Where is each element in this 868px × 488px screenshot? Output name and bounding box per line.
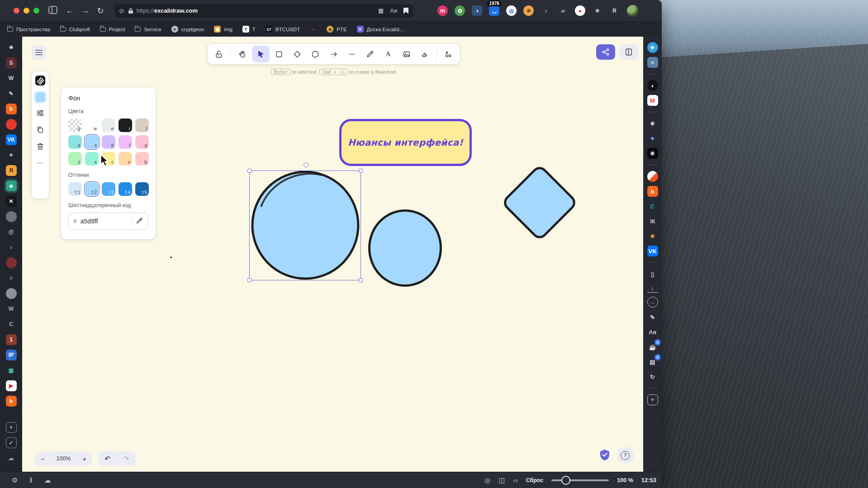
strip-translate-icon[interactable]: Aя xyxy=(647,327,658,337)
dock-arrow-app[interactable]: › xyxy=(6,242,17,253)
library-button[interactable] xyxy=(619,44,639,60)
small-circle-shape[interactable] xyxy=(368,209,442,287)
color-swatch-v[interactable]: v xyxy=(119,152,132,166)
selection-tool[interactable] xyxy=(252,46,270,62)
hex-input[interactable]: a5d8ff xyxy=(81,218,131,225)
bookmark-pte[interactable]: ◉PTE xyxy=(327,26,346,33)
zoom-in-button[interactable]: + xyxy=(82,455,86,463)
dock-c-app[interactable]: C xyxy=(6,319,17,330)
r-logo-extension-icon[interactable]: R xyxy=(609,5,620,16)
forward-button[interactable]: → xyxy=(77,6,93,15)
redo-button[interactable]: ↷ xyxy=(123,455,129,463)
swirl-icon[interactable] xyxy=(647,171,658,182)
selection-handle-sw[interactable] xyxy=(247,278,251,282)
dock-grid-app[interactable]: ▦ xyxy=(6,365,17,376)
dock-play-app[interactable]: ▶ xyxy=(6,380,17,391)
dock-ip-app[interactable]: IP xyxy=(6,350,17,360)
eagle-icon[interactable]: ◖ xyxy=(647,80,658,91)
eyedropper-icon[interactable] xyxy=(136,217,143,226)
color-swatch-w[interactable]: w xyxy=(85,118,99,132)
diamond-tool[interactable] xyxy=(288,46,306,62)
eraser-tool[interactable] xyxy=(416,46,433,62)
reset-button[interactable]: Сброс xyxy=(526,477,544,483)
download-icon[interactable]: ↓ xyxy=(647,284,658,293)
dock-s-app[interactable]: S xyxy=(6,57,17,68)
dock-b-orange-app[interactable]: b xyxy=(6,104,17,114)
notes-icon[interactable]: ✎ xyxy=(647,312,658,322)
color-swatch-a[interactable]: a xyxy=(68,135,82,149)
diamond-shape[interactable] xyxy=(501,164,579,242)
blob-extension-icon[interactable]: ✳ xyxy=(592,5,602,16)
duplicate-icon[interactable] xyxy=(36,126,44,136)
gemini-icon[interactable]: ✦ xyxy=(647,133,658,144)
zoom-out-button[interactable]: − xyxy=(41,455,45,463)
shapes-tool[interactable] xyxy=(440,46,457,62)
bookmark-service[interactable]: Service xyxy=(135,27,161,32)
bookmark-flag-icon[interactable] xyxy=(403,8,408,14)
dock-cloud-app[interactable]: ☁ xyxy=(6,453,17,464)
color-swatch-x[interactable]: x xyxy=(85,152,99,166)
qr-code-icon[interactable]: ▦ xyxy=(378,7,384,14)
split-view-icon[interactable]: ◫ xyxy=(498,476,505,484)
hand-tool[interactable] xyxy=(233,46,251,62)
color-swatch-z[interactable]: z xyxy=(68,152,82,166)
sync-icon[interactable]: ↻ xyxy=(647,371,658,382)
selection-box[interactable] xyxy=(249,171,361,280)
green-extension-icon[interactable]: ✿ xyxy=(455,5,465,16)
dock-w-app[interactable]: W xyxy=(6,73,17,84)
shade-swatch-⇧1[interactable]: ⇧1 xyxy=(68,182,82,196)
dock-pencil-app[interactable]: ✎ xyxy=(6,88,17,99)
bookmark-doska-excalidraw[interactable]: ✕Доска Excalid… xyxy=(357,26,405,33)
translate-icon[interactable]: Aя xyxy=(390,7,397,14)
send-arrow-icon[interactable]: → xyxy=(647,297,658,308)
parallelogram-extension-icon[interactable]: ▰ xyxy=(558,5,568,16)
music-extension-icon[interactable]: ♪ xyxy=(541,5,551,16)
zoom-level[interactable]: 100% xyxy=(57,455,71,462)
dock-vk-app[interactable]: VK xyxy=(6,134,17,145)
selection-handle-nw[interactable] xyxy=(247,169,251,173)
dock-excalidraw-app[interactable]: ✕ xyxy=(6,196,17,207)
more-options-button[interactable]: ⋯ xyxy=(37,159,44,166)
spider-icon[interactable]: ✳ xyxy=(647,148,658,159)
bookmark-t[interactable]: TT xyxy=(242,26,256,33)
color-swatch-t[interactable]: t xyxy=(135,118,149,132)
dock-lines-app[interactable]: ≡ xyxy=(6,273,17,284)
minimize-button[interactable] xyxy=(24,8,29,14)
site-info-icon[interactable]: ⊘ xyxy=(119,7,124,14)
cup-icon[interactable]: ☕2 xyxy=(647,341,658,352)
navy-extension-icon[interactable]: ◑ xyxy=(472,5,482,16)
color-swatch-r[interactable]: r xyxy=(119,118,132,132)
color-swatch-b[interactable]: b xyxy=(135,152,149,166)
back-button[interactable]: ← xyxy=(62,6,77,15)
settings-gear-icon[interactable]: ⚙ xyxy=(12,476,18,484)
butterfly-icon[interactable]: Ж xyxy=(647,216,658,227)
dock-star-app[interactable]: ✳ xyxy=(6,42,17,53)
maximize-button[interactable] xyxy=(33,8,39,14)
color-swatch-d[interactable]: d xyxy=(102,135,115,149)
sticky-note-shape[interactable]: Нюансы интерфейса! xyxy=(339,119,472,166)
text-tool[interactable]: A xyxy=(379,46,397,62)
vk-icon[interactable]: VK xyxy=(647,246,658,256)
profile-avatar[interactable] xyxy=(627,5,639,17)
dock-grey-circle-app[interactable] xyxy=(6,211,17,222)
rotation-handle[interactable] xyxy=(304,162,308,167)
shade-swatch-⇧2[interactable]: ⇧2 xyxy=(85,182,99,196)
record-extension-icon[interactable]: ● xyxy=(575,5,585,16)
close-button[interactable] xyxy=(14,8,19,14)
delete-icon[interactable] xyxy=(36,142,44,152)
focus-icon[interactable]: ◎ xyxy=(484,476,490,484)
shade-swatch-⇧5[interactable]: ⇧5 xyxy=(135,182,149,196)
tiger-blocker-extension-icon[interactable]: ✳ xyxy=(523,5,534,16)
shade-swatch-⇧3[interactable]: ⇧3 xyxy=(102,182,115,196)
stroke-color-swatch[interactable] xyxy=(35,76,45,85)
scale-slider[interactable] xyxy=(551,479,609,481)
pause-icon[interactable]: ‖ xyxy=(29,476,32,484)
color-swatch-s[interactable]: s xyxy=(85,135,99,149)
sun-icon[interactable]: ☀ xyxy=(647,231,658,242)
shade-swatch-⇧4[interactable]: ⇧4 xyxy=(119,182,132,196)
c-swirl-icon[interactable]: C xyxy=(647,201,658,212)
dock-w2-app[interactable]: W xyxy=(6,303,17,314)
dock-b2-orange-app[interactable]: b xyxy=(6,396,17,407)
lock-tool[interactable] xyxy=(210,46,228,62)
reload-button[interactable]: ↻ xyxy=(93,6,108,16)
